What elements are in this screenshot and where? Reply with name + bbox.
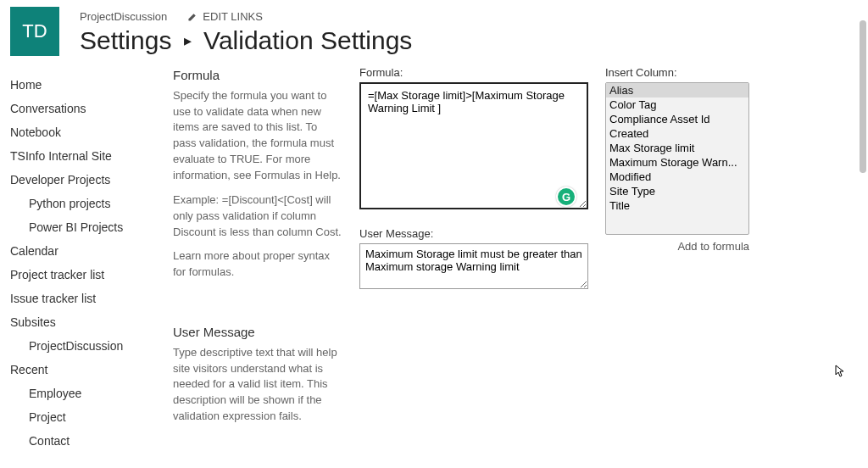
insert-column-label: Insert Column: [605,66,758,79]
formula-desc-2: Example: =[Discount]<[Cost] will only pa… [173,192,342,241]
formula-desc-3: Learn more about proper syntax for formu… [173,248,342,281]
breadcrumb-settings[interactable]: Settings [80,26,171,54]
sidebar-item-subsites[interactable]: Subsites [10,310,153,334]
page-title: Settings ▸ Validation Settings [80,25,858,55]
usermsg-section-heading: User Message [173,323,342,342]
formula-textarea[interactable] [359,82,588,209]
insert-column-listbox[interactable]: AliasColor TagCompliance Asset IdCreated… [605,82,749,235]
sidebar-item-calendar[interactable]: Calendar [10,239,153,263]
edit-links-label: EDIT LINKS [203,10,263,23]
usermsg-textarea[interactable] [359,243,588,289]
sidebar-item-tsinfo-internal-site[interactable]: TSInfo Internal Site [10,144,153,168]
mouse-cursor-icon [834,365,848,378]
scrollbar-thumb[interactable] [860,20,866,173]
site-logo-text: TD [22,20,47,42]
column-option[interactable]: Alias [606,83,748,98]
breadcrumb-caret-icon: ▸ [184,31,192,50]
add-to-formula-link[interactable]: Add to formula [605,240,749,253]
column-option[interactable]: Title [606,198,748,213]
formula-desc-1: Specify the formula you want to use to v… [173,88,342,184]
sidebar-item-conversations[interactable]: Conversations [10,97,153,120]
column-option[interactable]: Compliance Asset Id [606,112,748,126]
site-logo[interactable]: TD [10,7,59,56]
column-option[interactable]: Color Tag [606,98,748,112]
grammarly-icon[interactable]: G [556,187,576,207]
column-option[interactable]: Created [606,126,748,141]
sidebar: HomeConversationsNotebookTSInfo Internal… [10,66,153,453]
sidebar-item-python-projects[interactable]: Python projects [10,192,153,215]
column-option[interactable]: Max Storage limit [606,141,748,155]
sidebar-item-home[interactable]: Home [10,73,153,97]
column-option[interactable]: Maximum Storage Warn... [606,155,748,170]
breadcrumb-current: Validation Settings [203,26,412,54]
sidebar-item-recent[interactable]: Recent [10,358,153,382]
sidebar-item-issue-tracker-list[interactable]: Issue tracker list [10,287,153,310]
sidebar-item-power-bi-projects[interactable]: Power BI Projects [10,215,153,239]
usermsg-label: User Message: [359,227,588,240]
sidebar-item-projectdiscussion[interactable]: ProjectDiscussion [10,334,153,358]
site-name[interactable]: ProjectDiscussion [80,10,167,23]
sidebar-item-notebook[interactable]: Notebook [10,120,153,144]
sidebar-item-project-tracker-list[interactable]: Project tracker list [10,263,153,287]
sidebar-item-project[interactable]: Project [10,405,153,429]
column-option[interactable]: Modified [606,170,748,184]
formula-label: Formula: [359,66,588,79]
edit-links[interactable]: EDIT LINKS [187,10,263,23]
sidebar-item-developer-projects[interactable]: Developer Projects [10,168,153,192]
pencil-icon [187,12,198,22]
column-option[interactable]: Site Type [606,184,748,198]
page-scrollbar[interactable] [860,3,866,461]
formula-section-heading: Formula [173,66,342,85]
sidebar-item-employee[interactable]: Employee [10,382,153,405]
sidebar-item-contact[interactable]: Contact [10,429,153,453]
usermsg-desc: Type descriptive text that will help sit… [173,345,342,425]
